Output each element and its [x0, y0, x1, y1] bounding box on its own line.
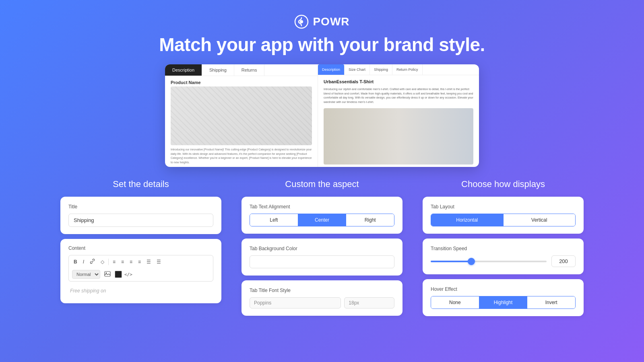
preview-rtab-return[interactable]: Return Policy: [392, 64, 423, 75]
title-label: Title: [68, 204, 213, 210]
col-set-details: Set the details Title Content B I ◇ ≡ ≡ …: [60, 179, 221, 303]
align-center-button[interactable]: ≡: [120, 258, 126, 265]
format-select[interactable]: Normal H1 H2: [72, 270, 100, 279]
tab-layout-label: Tab Layout: [431, 204, 576, 210]
speed-slider-container[interactable]: [431, 257, 547, 265]
tab-layout-card: Tab Layout Horizontal Vertical: [423, 197, 584, 234]
font-size-input[interactable]: 18px: [344, 297, 394, 309]
col-custom-aspect: Custom the aspect Tab Text Alignment Lef…: [242, 179, 402, 321]
preview-product-desc: Introducing our innovative [Product Name…: [165, 145, 318, 167]
tab-alignment-card: Tab Text Alignment Left Center Right: [242, 197, 402, 234]
hover-btn-group: None Highlight Invert: [431, 296, 576, 309]
diamond-button[interactable]: ◇: [99, 258, 106, 265]
toolbar-divider-1: [108, 259, 109, 265]
ordered-list-button[interactable]: ☰: [145, 258, 153, 265]
content-card: Content B I ◇ ≡ ≡ ≡ ≡ ☰ ☰ Normal H1: [60, 239, 221, 303]
alignment-center-button[interactable]: Center: [298, 214, 346, 226]
content-label: Content: [68, 245, 213, 251]
logo-row: POWR: [294, 14, 349, 29]
content-toolbar: B I ◇ ≡ ≡ ≡ ≡ ☰ ☰ Normal H1 H2: [68, 255, 213, 282]
preview-tab-returns[interactable]: Returns: [234, 64, 265, 76]
unordered-list-button[interactable]: ☰: [155, 258, 163, 265]
svg-point-3: [106, 272, 107, 273]
preview-tab-shipping[interactable]: Shipping: [202, 64, 234, 76]
header: POWR Match your app with your brand styl…: [159, 0, 485, 56]
preview-left-panel: Description Shipping Returns Product Nam…: [165, 64, 318, 167]
transition-speed-label: Transition Speed: [431, 246, 576, 251]
layout-vertical-button[interactable]: Vertical: [503, 214, 576, 226]
preview-product-image: [171, 86, 312, 145]
image-button[interactable]: [103, 270, 112, 279]
tab-alignment-label: Tab Text Alignment: [250, 204, 394, 210]
speed-slider-thumb[interactable]: [468, 258, 475, 265]
title-card: Title: [60, 197, 221, 234]
tab-bg-color-label: Tab Background Color: [250, 246, 394, 251]
link-button[interactable]: [88, 258, 97, 266]
tab-bg-color-card: Tab Background Color: [242, 239, 402, 276]
speed-slider-fill: [431, 261, 471, 262]
svg-point-1: [300, 20, 303, 23]
preview-product-name: Product Name: [165, 76, 318, 86]
alignment-right-button[interactable]: Right: [346, 214, 394, 226]
bold-button[interactable]: B: [72, 258, 79, 265]
tab-font-style-label: Tab Title Font Style: [250, 288, 394, 293]
preview-card: Description Shipping Returns Product Nam…: [165, 64, 479, 167]
color-input-box[interactable]: [250, 255, 394, 268]
layout-horizontal-button[interactable]: Horizontal: [431, 214, 503, 226]
logo-text: POWR: [313, 15, 349, 28]
speed-value-display[interactable]: 200: [551, 255, 576, 267]
preview-rtab-sizechart[interactable]: Size Chart: [345, 64, 370, 75]
content-preview-text: Free shipping on: [68, 285, 213, 297]
hover-highlight-button[interactable]: Highlight: [479, 296, 527, 309]
set-details-title: Set the details: [113, 179, 169, 189]
color-button[interactable]: [115, 271, 122, 278]
custom-aspect-title: Custom the aspect: [285, 179, 359, 189]
svg-rect-2: [105, 272, 110, 276]
hover-effect-card: Hover Effect None Highlight Invert: [423, 279, 584, 316]
alignment-btn-group: Left Center Right: [250, 214, 394, 226]
slider-row: 200: [431, 255, 576, 267]
font-row: Poppins 18px: [250, 297, 394, 309]
transition-speed-card: Transition Speed 200: [423, 239, 584, 274]
code-button[interactable]: </>: [124, 272, 132, 277]
preview-tabs-right: Description Size Chart Shipping Return P…: [318, 64, 479, 75]
hover-none-button[interactable]: None: [431, 296, 479, 309]
tab-font-style-card: Tab Title Font Style Poppins 18px: [242, 280, 402, 316]
layout-btn-group: Horizontal Vertical: [431, 214, 576, 226]
preview-rtab-description[interactable]: Description: [318, 64, 345, 75]
bottom-section: Set the details Title Content B I ◇ ≡ ≡ …: [60, 179, 584, 321]
color-input-row: [250, 255, 394, 268]
align-left-button[interactable]: ≡: [111, 258, 117, 265]
italic-button[interactable]: I: [81, 258, 86, 265]
preview-right-product-title: UrbanEssentials T-Shirt: [318, 75, 479, 86]
preview-tab-description[interactable]: Description: [165, 64, 202, 76]
preview-tabs-left: Description Shipping Returns: [165, 64, 318, 76]
choose-display-title: Choose how displays: [461, 179, 545, 189]
headline: Match your app with your brand style.: [159, 34, 485, 56]
hover-invert-button[interactable]: Invert: [527, 296, 575, 309]
preview-right-panel: Description Size Chart Shipping Return P…: [318, 64, 479, 167]
preview-right-product-image: [324, 108, 473, 165]
align-right-button[interactable]: ≡: [128, 258, 134, 265]
speed-slider-track: [431, 261, 547, 262]
preview-right-product-desc: Introducing our stylish and comfortable …: [318, 86, 479, 106]
hover-effect-label: Hover Effect: [431, 286, 576, 292]
title-input[interactable]: [68, 214, 213, 227]
align-justify-button[interactable]: ≡: [136, 258, 142, 265]
font-name-select[interactable]: Poppins: [250, 297, 341, 309]
preview-rtab-shipping[interactable]: Shipping: [370, 64, 392, 75]
powr-logo-icon: [294, 14, 309, 29]
col-choose-display: Choose how displays Tab Layout Horizonta…: [423, 179, 584, 316]
alignment-left-button[interactable]: Left: [250, 214, 298, 226]
